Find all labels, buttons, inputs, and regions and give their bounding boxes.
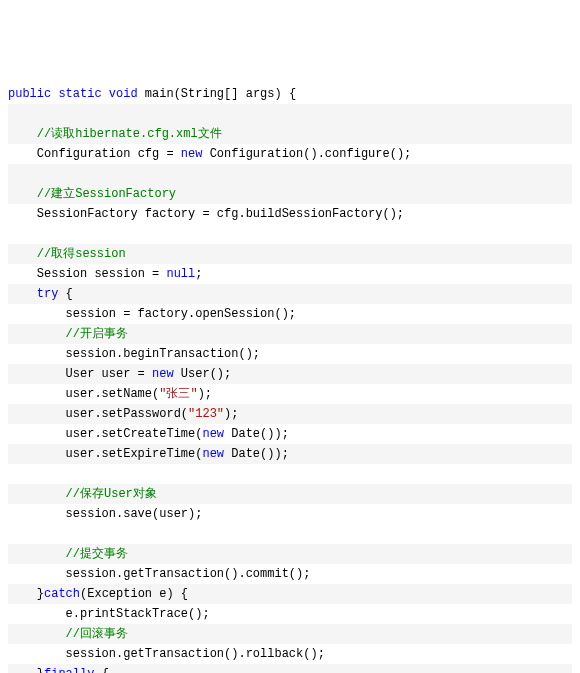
comment: //提交事务 [66, 547, 128, 561]
code-line: session.getTransaction().rollback(); [8, 644, 572, 664]
code-line: //保存User对象 [8, 484, 572, 504]
keyword: new [181, 147, 203, 161]
code-line: session = factory.openSession(); [8, 304, 572, 324]
code-line: Session session = null; [8, 264, 572, 284]
code-line: //提交事务 [8, 544, 572, 564]
code-line: session.save(user); [8, 504, 572, 524]
code-line: try { [8, 284, 572, 304]
keyword: new [202, 427, 224, 441]
code-line: User user = new User(); [8, 364, 572, 384]
code-line: //取得session [8, 244, 572, 264]
code-line: user.setPassword("123"); [8, 404, 572, 424]
comment: //读取hibernate.cfg.xml文件 [37, 127, 222, 141]
keyword: static [58, 87, 101, 101]
keyword: catch [44, 587, 80, 601]
code-line: //建立SessionFactory [8, 184, 572, 204]
code-line: user.setExpireTime(new Date()); [8, 444, 572, 464]
keyword: void [109, 87, 138, 101]
string: "张三" [159, 387, 197, 401]
code-line: user.setCreateTime(new Date()); [8, 424, 572, 444]
keyword: public [8, 87, 51, 101]
keyword: null [166, 267, 195, 281]
comment: //回滚事务 [66, 627, 128, 641]
code-block: public static void main(String[] args) {… [8, 84, 572, 673]
keyword: finally [44, 667, 94, 673]
comment: //保存User对象 [66, 487, 157, 501]
code-line [8, 224, 572, 244]
code-line [8, 104, 572, 124]
code-line: e.printStackTrace(); [8, 604, 572, 624]
comment: //取得session [37, 247, 126, 261]
code-line: }finally { [8, 664, 572, 673]
comment: //建立SessionFactory [37, 187, 176, 201]
code-line [8, 464, 572, 484]
code-line: SessionFactory factory = cfg.buildSessio… [8, 204, 572, 224]
code-line: //读取hibernate.cfg.xml文件 [8, 124, 572, 144]
code-line: }catch(Exception e) { [8, 584, 572, 604]
code-line: Configuration cfg = new Configuration().… [8, 144, 572, 164]
code-line: //开启事务 [8, 324, 572, 344]
keyword: new [152, 367, 174, 381]
code-line: //回滚事务 [8, 624, 572, 644]
comment: //开启事务 [66, 327, 128, 341]
code-line: session.getTransaction().commit(); [8, 564, 572, 584]
code-line: public static void main(String[] args) { [8, 84, 572, 104]
keyword: try [37, 287, 59, 301]
keyword: new [202, 447, 224, 461]
code-line: session.beginTransaction(); [8, 344, 572, 364]
code-line [8, 524, 572, 544]
code-line: user.setName("张三"); [8, 384, 572, 404]
code-line [8, 164, 572, 184]
string: "123" [188, 407, 224, 421]
